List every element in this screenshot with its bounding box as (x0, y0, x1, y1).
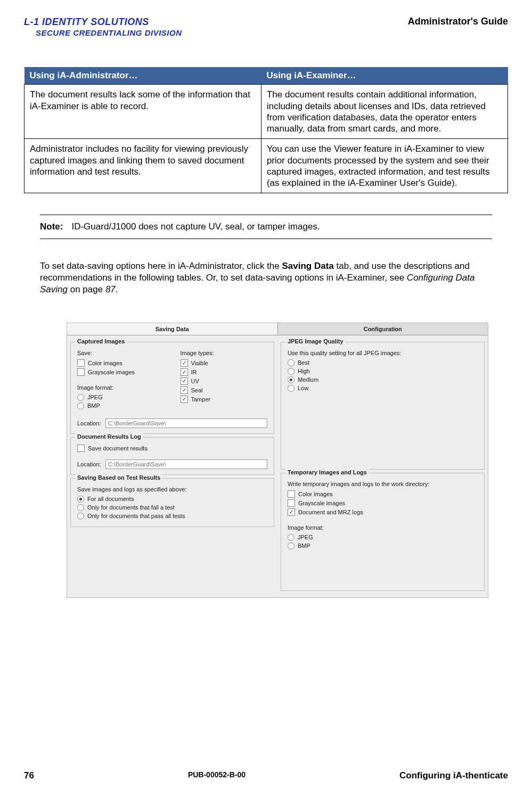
checkbox-color-images[interactable] (77, 359, 85, 367)
radio-all-documents[interactable] (77, 496, 84, 503)
page-number: 76 (24, 770, 34, 781)
note-label: Note: (40, 221, 71, 232)
company-logo: L-1 IDENTITY SOLUTIONS SECURE CREDENTIAL… (24, 16, 182, 38)
note-text: ID-Guard/J1000 does not capture UV, seal… (71, 221, 320, 232)
checkbox-uv[interactable]: ✓ (181, 377, 188, 385)
radio-pass-documents[interactable] (77, 513, 84, 520)
radio-bmp[interactable] (77, 402, 84, 409)
body-paragraph: To set data-saving options here in iA-Ad… (40, 260, 492, 295)
checkbox-tamper[interactable]: ✓ (181, 396, 188, 403)
guide-title: Administrator's Guide (408, 16, 508, 27)
checkbox-temp-docmrz[interactable]: ✓ (288, 508, 295, 516)
note-box: Note:ID-Guard/J1000 does not capture UV,… (40, 215, 492, 239)
radio-temp-bmp[interactable] (288, 543, 294, 549)
group-saving-test-results: Saving Based on Test Results Save images… (70, 478, 274, 527)
table-header-right: Using iA-Examiner… (261, 67, 508, 85)
comparison-table: Using iA-Administrator… Using iA-Examine… (24, 67, 508, 193)
saving-data-dialog: Saving Data Configuration Captured Image… (67, 323, 488, 598)
table-header-left: Using iA-Administrator… (24, 67, 261, 85)
table-row: The document results lack some of the in… (24, 85, 508, 139)
radio-jpeg[interactable] (77, 394, 84, 401)
table-row: Administrator includes no facility for v… (24, 139, 508, 193)
page-footer: 76 PUB-00052-B-00 Configuring iA-thentic… (24, 770, 508, 781)
radio-fail-documents[interactable] (77, 504, 84, 511)
table-cell: The document results lack some of the in… (24, 85, 261, 139)
group-document-results-log: Document Results Log Save document resul… (70, 437, 274, 475)
logo-line-1: L-1 IDENTITY SOLUTIONS (24, 16, 182, 28)
tab-bar: Saving Data Configuration (67, 323, 488, 335)
checkbox-visible[interactable]: ✓ (181, 359, 188, 367)
radio-medium[interactable] (288, 376, 294, 383)
radio-high[interactable] (288, 368, 294, 375)
logo-line-2: SECURE CREDENTIALING DIVISION (36, 28, 182, 38)
checkbox-temp-color[interactable] (288, 490, 295, 498)
checkbox-seal[interactable]: ✓ (181, 387, 188, 394)
radio-best[interactable] (288, 359, 294, 366)
group-temporary-images: Temporary Images and Logs Write temporar… (281, 473, 485, 591)
group-jpeg-quality: JPEG Image Quality Use this quality sett… (281, 342, 485, 470)
checkbox-ir[interactable]: ✓ (181, 368, 188, 376)
table-cell: You can use the Viewer feature in iA-Exa… (261, 139, 508, 193)
location-input-2[interactable]: C:\BorderGuard\Save\ (105, 459, 267, 469)
page-header: L-1 IDENTITY SOLUTIONS SECURE CREDENTIAL… (24, 16, 508, 38)
checkbox-temp-gray[interactable] (288, 499, 295, 507)
group-captured-images: Captured Images Save: Color images Grays… (70, 342, 274, 434)
table-cell: The document results contain additional … (261, 85, 508, 139)
table-cell: Administrator includes no facility for v… (24, 139, 261, 193)
radio-temp-jpeg[interactable] (288, 534, 294, 541)
radio-low[interactable] (288, 385, 294, 392)
tab-saving-data[interactable]: Saving Data (67, 323, 278, 335)
checkbox-grayscale-images[interactable] (77, 368, 85, 376)
section-title: Configuring iA-thenticate (399, 770, 508, 781)
checkbox-save-document-results[interactable] (77, 445, 85, 452)
publication-id: PUB-00052-B-00 (188, 770, 245, 781)
location-input-1[interactable]: C:\BorderGuard\Save\ (105, 418, 267, 428)
tab-configuration[interactable]: Configuration (278, 323, 488, 335)
